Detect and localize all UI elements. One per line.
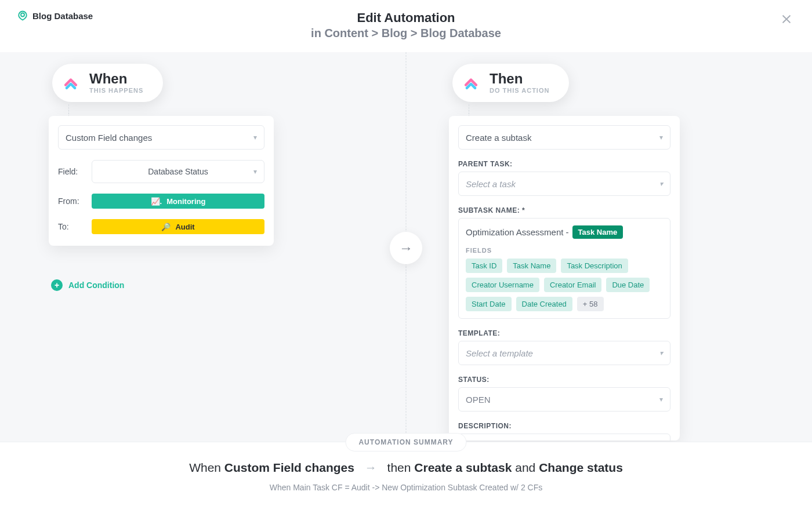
status-label: STATUS:: [458, 376, 670, 384]
header: Blog Database Edit Automation in Content…: [0, 0, 812, 52]
automation-canvas: → When THIS HAPPENS Then DO THIS ACTION …: [0, 52, 812, 442]
chevron-down-icon: ▾: [253, 168, 257, 176]
action-select[interactable]: Create a subtask ▾: [458, 125, 670, 150]
trigger-select[interactable]: Custom Field changes ▾: [58, 125, 264, 150]
when-subheading: THIS HAPPENS: [89, 87, 143, 94]
then-heading: Then: [490, 72, 549, 86]
subtask-name-line: Optimization Assessment - Task Name: [466, 225, 663, 239]
chevron-down-icon: ▾: [659, 349, 663, 357]
field-chips-row: Task ID Task Name Task Description Creat…: [466, 258, 663, 311]
footer: AUTOMATION SUMMARY When Custom Field cha…: [0, 442, 812, 517]
to-label: To:: [58, 222, 85, 231]
location-pill[interactable]: Blog Database: [17, 10, 93, 21]
chevron-down-icon: ▾: [659, 133, 663, 141]
breadcrumb: in Content > Blog > Blog Database: [311, 27, 501, 40]
trigger-select-value: Custom Field changes: [66, 133, 152, 143]
then-subheading: DO THIS ACTION: [490, 87, 549, 94]
field-row: Field: Database Status ▾: [58, 160, 264, 183]
when-pill: When THIS HAPPENS: [52, 64, 163, 102]
field-select-value: Database Status: [148, 167, 208, 176]
subtask-name-box[interactable]: Optimization Assessment - Task Name FIEL…: [458, 218, 670, 319]
when-heading: When: [89, 72, 143, 86]
summary-line: When Custom Field changes → then Create …: [0, 461, 812, 475]
from-label: From:: [58, 196, 85, 206]
to-row: To: 🔎 Audit: [58, 219, 264, 234]
parent-task-select[interactable]: Select a task ▾: [458, 172, 670, 196]
from-status-badge[interactable]: 📈. Monitoring: [92, 194, 264, 209]
status-select[interactable]: OPEN ▾: [458, 387, 670, 412]
add-condition-label: Add Condition: [68, 281, 124, 290]
field-chip[interactable]: Start Date: [466, 297, 512, 311]
subtask-name-prefix: Optimization Assessment -: [466, 227, 569, 237]
field-label: Field:: [58, 167, 85, 176]
chevron-down-icon: ▾: [253, 133, 257, 141]
parent-task-label: PARENT TASK:: [458, 160, 670, 168]
arrow-right-icon: →: [365, 461, 377, 474]
template-label: TEMPLATE:: [458, 329, 670, 337]
to-status-badge[interactable]: 🔎 Audit: [92, 219, 264, 234]
field-chip[interactable]: Task ID: [466, 258, 502, 273]
template-select[interactable]: Select a template ▾: [458, 341, 670, 365]
location-text: Blog Database: [32, 11, 93, 21]
then-pill: Then DO THIS ACTION: [452, 64, 569, 102]
chevron-down-icon: ▾: [659, 180, 663, 188]
field-chip[interactable]: Task Name: [507, 258, 556, 273]
close-button[interactable]: [780, 13, 793, 27]
chart-emoji-icon: 📈.: [151, 197, 162, 206]
field-select[interactable]: Database Status ▾: [92, 160, 264, 183]
clickup-logo-icon: [60, 72, 81, 93]
trigger-card: Custom Field changes ▾ Field: Database S…: [49, 116, 274, 246]
field-chip[interactable]: Task Description: [561, 258, 628, 273]
summary-note: When Main Task CF = Audit -> New Optimiz…: [0, 483, 812, 492]
connector-line: [68, 104, 69, 117]
template-value: Select a template: [466, 348, 533, 358]
page-title: Edit Automation: [311, 10, 501, 26]
chevron-down-icon: ▾: [659, 395, 663, 403]
field-chip[interactable]: Creator Username: [466, 278, 539, 292]
from-row: From: 📈. Monitoring: [58, 194, 264, 209]
clickup-logo-icon: [461, 72, 481, 93]
status-value: OPEN: [466, 395, 491, 405]
description-label: DESCRIPTION:: [458, 422, 670, 430]
field-chip[interactable]: Due Date: [606, 278, 650, 292]
parent-task-value: Select a task: [466, 179, 516, 189]
location-pin-icon: [17, 10, 28, 21]
svg-point-0: [21, 13, 24, 17]
add-condition-button[interactable]: + Add Condition: [51, 279, 124, 291]
plus-icon: +: [51, 279, 63, 291]
description-preview[interactable]: Please follow the assessment process her…: [458, 434, 670, 440]
magnifier-emoji-icon: 🔎: [161, 223, 171, 231]
summary-pill: AUTOMATION SUMMARY: [345, 433, 466, 452]
subtask-name-label: SUBTASK NAME: *: [458, 206, 670, 214]
fields-label: FIELDS: [466, 247, 663, 254]
to-status-text: Audit: [175, 223, 194, 231]
more-fields-chip[interactable]: + 58: [577, 297, 604, 311]
task-name-token[interactable]: Task Name: [572, 225, 624, 239]
action-select-value: Create a subtask: [466, 133, 531, 143]
title-block: Edit Automation in Content > Blog > Blog…: [311, 10, 501, 40]
field-chip[interactable]: Date Created: [516, 297, 572, 311]
field-chip[interactable]: Creator Email: [544, 278, 601, 292]
action-card: Create a subtask ▾ PARENT TASK: Select a…: [449, 116, 680, 440]
connector-line: [469, 104, 469, 117]
flow-arrow-icon: →: [390, 232, 422, 264]
from-status-text: Monitoring: [166, 197, 205, 206]
